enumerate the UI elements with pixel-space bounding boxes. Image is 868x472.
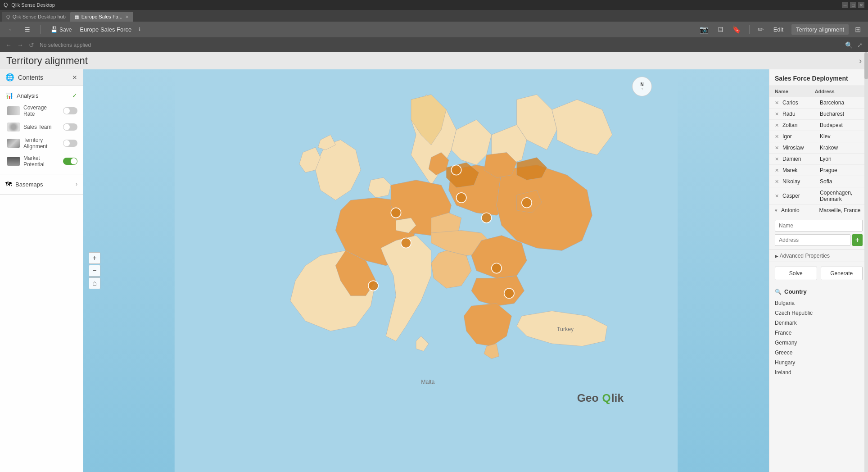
svg-point-34 (481, 213, 491, 222)
right-panel: Sales Force Deployment Name Address ✕ Ca… (769, 69, 868, 472)
tab-salesforce[interactable]: ▦ Europe Sales Fo... ✕ (70, 12, 133, 22)
solve-button[interactable]: Solve (775, 267, 817, 280)
maximize-button[interactable]: □ (850, 2, 856, 8)
svg-point-38 (457, 193, 466, 203)
save-button[interactable]: 💾 Save (48, 24, 74, 35)
nav-menu-button[interactable]: ☰ (22, 24, 33, 35)
sf-deployment-header: Sales Force Deployment (769, 75, 868, 86)
sel-back-button[interactable]: ← (5, 41, 12, 49)
home-button[interactable]: ⌂ (89, 277, 100, 289)
sf-add-button[interactable]: + (852, 234, 863, 246)
sf-row-remove-carlos[interactable]: ✕ (775, 100, 779, 106)
tab-hub[interactable]: Q Qlik Sense Desktop hub (2, 12, 70, 22)
country-item-bulgaria[interactable]: Bulgaria (775, 299, 863, 308)
country-item-ireland[interactable]: Ireland (775, 368, 863, 377)
advanced-properties-toggle[interactable]: ▶ Advanced Properties (775, 253, 830, 259)
sf-name-zoltan: Zoltan (782, 122, 818, 128)
sf-table-header: Name Address (769, 86, 868, 97)
svg-point-40 (504, 288, 514, 298)
page-title-bar: Territory alignment › (0, 52, 868, 69)
country-header: 🔍 Country (775, 288, 863, 295)
toolbar-right: 📷 🖥 🔖 ✏ Edit Territory alignment ⊞ (698, 23, 863, 36)
svg-text:Malta: Malta (421, 379, 434, 385)
sf-row-remove-nikolay[interactable]: ✕ (775, 179, 779, 185)
sf-row-remove-radu[interactable]: ✕ (775, 111, 779, 117)
basemaps-label: Basemaps (15, 181, 43, 188)
country-item-greece[interactable]: Greece (775, 348, 863, 357)
sf-address-input[interactable] (775, 234, 850, 246)
hub-tab-label: Qlik Sense Desktop hub (13, 14, 66, 19)
contents-header: 🌐 Contents ✕ (0, 69, 83, 86)
sel-undo-button[interactable]: ↺ (29, 41, 34, 49)
contents-close-button[interactable]: ✕ (72, 74, 77, 81)
market-potential-toggle[interactable] (63, 158, 77, 165)
basemaps-header[interactable]: 🗺 Basemaps › (0, 178, 83, 191)
sf-row-remove-miroslaw[interactable]: ✕ (775, 145, 779, 151)
territory-alignment-icon (7, 139, 20, 148)
close-button[interactable]: ✕ (858, 2, 864, 8)
layer-sales-team: Sales Team (0, 120, 83, 134)
bookmark-button[interactable]: 🔖 (730, 23, 743, 36)
sf-addr-nikolay: Sofia (820, 178, 863, 185)
sf-row-remove-marek[interactable]: ✕ (775, 168, 779, 173)
country-item-germany[interactable]: Germany (775, 338, 863, 347)
back-button[interactable]: ← (5, 24, 17, 35)
coverage-rate-toggle[interactable] (63, 107, 77, 114)
compass-north: N (640, 82, 643, 87)
sf-row-radu: ✕ Radu Bucharest (769, 109, 868, 120)
territory-alignment-toggle[interactable] (63, 140, 77, 147)
sf-row-remove-igor[interactable]: ✕ (775, 134, 779, 140)
sf-row-remove-zoltan[interactable]: ✕ (775, 123, 779, 128)
sel-expand-button[interactable]: ⤢ (857, 41, 863, 49)
camera-button[interactable]: 📷 (698, 23, 710, 36)
pencil-button[interactable]: ✏ (756, 23, 765, 36)
layout-button[interactable]: ⊞ (853, 23, 863, 36)
analysis-icon: 📊 (5, 92, 13, 99)
sf-row-marek: ✕ Marek Prague (769, 165, 868, 176)
europe-map-svg: Turkey Malta Geo Q lik (83, 69, 769, 472)
country-item-czech-republic[interactable]: Czech Republic (775, 309, 863, 318)
zoom-out-button[interactable]: − (89, 265, 100, 277)
app-icon: Q (4, 2, 8, 8)
sf-name-col-header: Name (775, 89, 815, 94)
country-item-denmark[interactable]: Denmark (775, 318, 863, 327)
sales-team-toggle[interactable] (63, 123, 77, 131)
page-title-arrow-button[interactable]: › (859, 56, 862, 66)
main-layout: Territory alignment › 🌐 Contents ✕ 📊 Ana… (0, 52, 868, 472)
sf-row-carlos: ✕ Carlos Barcelona (769, 97, 868, 109)
sf-row-remove-casper[interactable]: ✕ (775, 193, 779, 199)
generate-button[interactable]: Generate (821, 267, 863, 280)
sel-forward-button[interactable]: → (17, 41, 23, 49)
country-item-france[interactable]: France (775, 328, 863, 337)
svg-point-36 (492, 263, 502, 273)
title-bar-text: Qlik Sense Desktop (11, 2, 55, 8)
sf-row-more-antonio[interactable]: ▾ (775, 208, 778, 213)
screen-button[interactable]: 🖥 (715, 24, 726, 36)
sel-search-button[interactable]: 🔍 (845, 41, 853, 49)
sf-tab-close[interactable]: ✕ (125, 14, 129, 19)
contents-globe-icon: 🌐 (5, 73, 14, 82)
window-controls: ─ □ ✕ (842, 2, 864, 8)
right-scrollbar-thumb[interactable] (864, 52, 868, 79)
territory-label: Territory alignment (791, 24, 849, 35)
sf-action-buttons: Solve Generate (769, 262, 868, 285)
coverage-rate-icon (7, 106, 20, 115)
sf-name-casper: Casper (782, 193, 818, 199)
territory-alignment-label: Territory Alignment (23, 137, 59, 150)
sf-name-input[interactable] (775, 220, 863, 231)
sf-row-remove-damien[interactable]: ✕ (775, 156, 779, 162)
map-area[interactable]: Turkey Malta Geo Q lik N ↑ + − ⌂ (83, 69, 769, 472)
edit-button[interactable]: Edit (770, 24, 787, 35)
info-icon: ℹ (139, 27, 140, 32)
title-bar: Q Qlik Sense Desktop ─ □ ✕ (0, 0, 868, 10)
sf-name-marek: Marek (782, 167, 818, 173)
market-potential-label: Market Potential (23, 155, 59, 168)
sf-name-nikolay: Nikolay (782, 178, 818, 185)
country-item-hungary[interactable]: Hungary (775, 358, 863, 367)
sf-name-radu: Radu (782, 111, 818, 117)
zoom-in-button[interactable]: + (89, 252, 100, 264)
minimize-button[interactable]: ─ (842, 2, 848, 8)
analysis-header[interactable]: 📊 Analysis ✓ (0, 89, 83, 102)
basemaps-section: 🗺 Basemaps › (0, 174, 83, 195)
svg-point-35 (401, 238, 411, 248)
